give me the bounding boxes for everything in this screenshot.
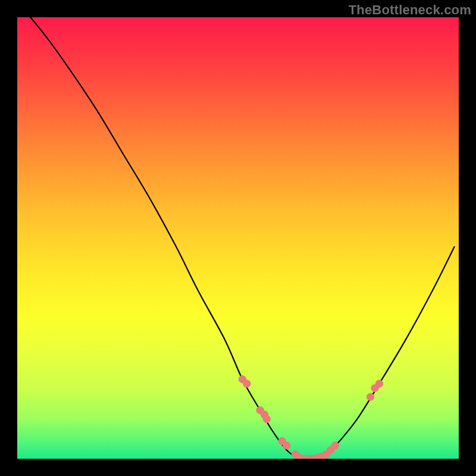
- chart-frame: TheBottleneck.com: [0, 0, 476, 476]
- highlight-dot: [367, 393, 374, 400]
- highlight-dot: [243, 380, 250, 387]
- gradient-plot-area: [17, 17, 459, 459]
- highlight-dot: [283, 442, 290, 449]
- watermark-text: TheBottleneck.com: [349, 2, 471, 18]
- highlight-dot: [263, 415, 270, 422]
- bottleneck-curve: [30, 17, 454, 459]
- highlight-dot: [331, 442, 339, 449]
- chart-overlay: [17, 17, 459, 459]
- highlight-dot: [375, 380, 383, 387]
- highlight-dots: [239, 375, 383, 459]
